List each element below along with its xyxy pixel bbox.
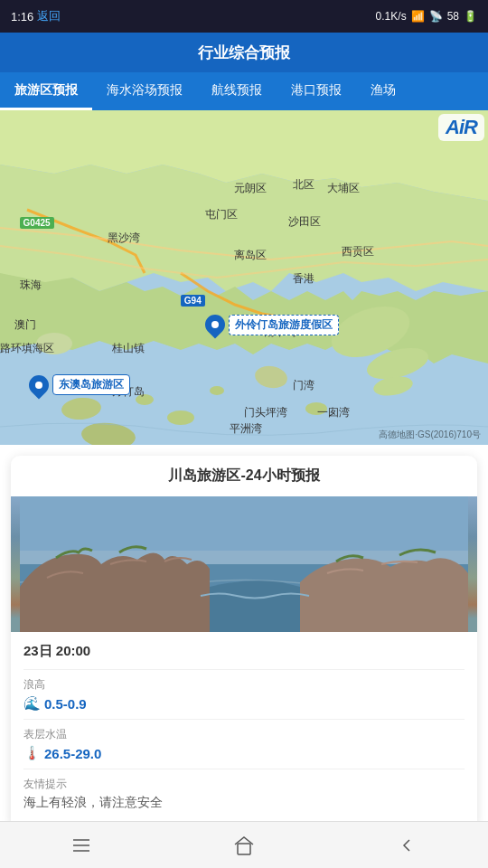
tab-fishing[interactable]: 渔场 bbox=[356, 72, 410, 110]
nav-tabs: 旅游区预报 海水浴场预报 航线预报 港口预报 渔场 bbox=[0, 72, 488, 110]
page-title: 行业综合预报 bbox=[198, 42, 290, 63]
card-image bbox=[11, 496, 477, 632]
tip-row: 友情提示 海上有轻浪，请注意安全 bbox=[23, 777, 465, 811]
home-button[interactable] bbox=[217, 827, 271, 863]
battery-display: 58 bbox=[447, 10, 459, 23]
map-attribution: 高德地图·GS(2016)710号 bbox=[379, 429, 481, 441]
back-nav-icon bbox=[396, 835, 418, 856]
wave-height-label: 浪高 bbox=[23, 677, 465, 693]
divider-3 bbox=[23, 769, 465, 769]
scroll-content: G0425 G94 珠海 澳门 路环填海区 香港 北区 沙田区 屯门区 元朗区 … bbox=[0, 110, 488, 821]
card-info: 23日 20:00 浪高 🌊 0.5-0.9 表层水温 🌡️ 26.5-29.0 bbox=[11, 632, 477, 821]
wifi-icon: 📡 bbox=[429, 10, 443, 23]
tab-beach[interactable]: 海水浴场预报 bbox=[92, 72, 197, 110]
sea-temp-row: 表层水温 🌡️ 26.5-29.0 bbox=[23, 727, 465, 761]
svg-point-3 bbox=[36, 333, 72, 354]
status-right: 0.1K/s 📶 📡 58 🔋 bbox=[376, 10, 477, 23]
svg-point-9 bbox=[305, 402, 327, 415]
pin-wailingding[interactable]: 外伶仃岛旅游度假区 bbox=[205, 315, 339, 335]
pin-dot-wailingding bbox=[201, 311, 229, 339]
divider-1 bbox=[23, 669, 465, 670]
battery-icon: 🔋 bbox=[464, 10, 477, 23]
signal-icon: 📶 bbox=[411, 10, 425, 23]
sea-temp-number: 26.5-29.0 bbox=[44, 746, 101, 761]
svg-point-10 bbox=[136, 394, 154, 405]
island-image-svg bbox=[11, 496, 477, 632]
sea-temp-label: 表层水温 bbox=[23, 727, 465, 742]
time-label: 23日 20:00 bbox=[23, 643, 465, 660]
road-g0425: G0425 bbox=[20, 217, 54, 229]
tab-tourism[interactable]: 旅游区预报 bbox=[0, 72, 92, 110]
air-badge: AiR bbox=[438, 114, 484, 141]
menu-icon bbox=[70, 835, 92, 856]
tab-port[interactable]: 港口预报 bbox=[277, 72, 356, 110]
wave-height-row: 浪高 🌊 0.5-0.9 bbox=[23, 677, 465, 712]
road-g94: G94 bbox=[181, 295, 205, 307]
title-bar: 行业综合预报 bbox=[0, 33, 488, 72]
wave-height-number: 0.5-0.9 bbox=[44, 696, 87, 712]
svg-point-8 bbox=[167, 410, 194, 425]
wave-height-value: 🌊 0.5-0.9 bbox=[23, 695, 465, 712]
pin-dongao[interactable]: 东澳岛旅游区 bbox=[29, 374, 130, 395]
back-button[interactable]: 返回 bbox=[37, 8, 61, 24]
map-area[interactable]: G0425 G94 珠海 澳门 路环填海区 香港 北区 沙田区 屯门区 元朗区 … bbox=[0, 110, 488, 445]
info-card: 川岛旅游区-24小时预报 bbox=[11, 456, 477, 821]
sea-temp-value: 🌡️ 26.5-29.0 bbox=[23, 745, 465, 761]
pin-label-wailingding: 外伶仃岛旅游度假区 bbox=[229, 315, 339, 335]
wave-icon: 🌊 bbox=[23, 695, 41, 712]
temp-icon: 🌡️ bbox=[23, 745, 41, 761]
menu-button[interactable] bbox=[54, 827, 108, 863]
back-nav-button[interactable] bbox=[380, 827, 434, 863]
status-bar: 1:16 返回 0.1K/s 📶 📡 58 🔋 bbox=[0, 0, 488, 33]
time-display: 1:16 bbox=[11, 10, 33, 24]
svg-rect-18 bbox=[238, 844, 250, 854]
tip-label: 友情提示 bbox=[23, 777, 465, 792]
bottom-nav bbox=[0, 821, 488, 868]
pin-dot-dongao bbox=[25, 371, 53, 399]
divider-2 bbox=[23, 719, 465, 720]
pin-label-dongao: 东澳岛旅游区 bbox=[52, 374, 130, 395]
home-icon bbox=[233, 835, 255, 856]
svg-point-11 bbox=[210, 386, 224, 395]
tip-text: 海上有轻浪，请注意安全 bbox=[23, 795, 465, 811]
status-left: 1:16 返回 bbox=[11, 8, 61, 24]
speed-display: 0.1K/s bbox=[376, 10, 407, 23]
card-title: 川岛旅游区-24小时预报 bbox=[11, 456, 477, 496]
tab-airline[interactable]: 航线预报 bbox=[197, 72, 277, 110]
